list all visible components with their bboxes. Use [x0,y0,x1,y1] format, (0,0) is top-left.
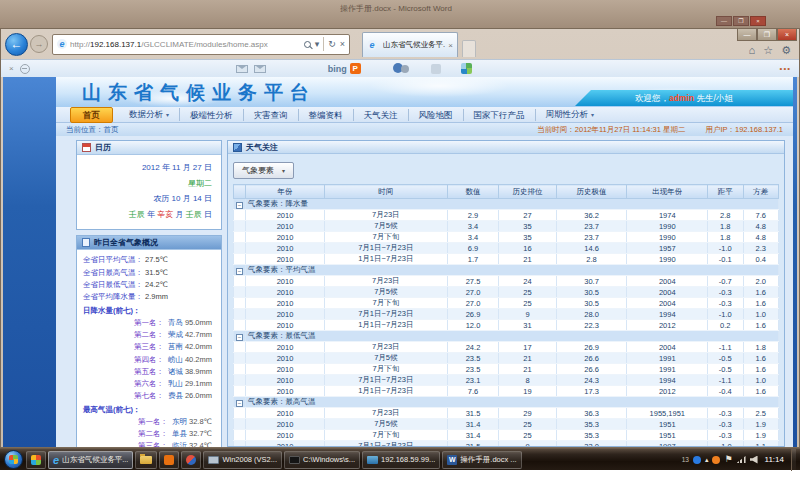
nav-item-数据分析[interactable]: 数据分析▾ [119,108,180,121]
table-cell: 31 [499,320,556,331]
address-bar[interactable]: e http://192.168.137.1/GLCCLIMATE/module… [52,34,350,55]
taskbar-button-circle[interactable] [181,451,201,469]
table-row[interactable]: 20107月5候23.52126.61991-0.51.6 [234,353,779,364]
taskbar-button-cmd[interactable]: C:\Windows\s... [284,451,360,469]
table-row[interactable]: 20107月下旬27.02530.52004-0.31.6 [234,298,779,309]
table-cell: 1990 [627,254,708,265]
new-tab-button[interactable] [462,40,476,57]
table-cell: 27.5 [447,276,499,287]
volume-icon[interactable] [750,456,758,464]
nav-item-灾害查询[interactable]: 灾害查询 [244,109,299,121]
address-bar-icons: ▾ ↻ × [304,37,345,51]
tray-blue-icon[interactable] [693,456,701,464]
collapse-icon[interactable]: − [236,202,243,209]
settings-gear-icon[interactable]: ⚙ [781,44,791,57]
table-row[interactable]: 20107月下旬23.52126.61991-0.51.6 [234,364,779,375]
calendar-lunar-date: 农历 10 月 14 日 [86,191,212,207]
hidden-icons-arrow[interactable]: ▴ [705,456,709,464]
nav-item-周期性分析[interactable]: 周期性分析▾ [536,108,605,121]
table-row[interactable]: 20107月5候27.02530.52004-0.31.6 [234,287,779,298]
taskbar-clock[interactable]: 11:14 [765,455,784,464]
table-row[interactable]: 20107月下旬31.42535.31951-0.31.9 [234,430,779,441]
table-row[interactable]: 20107月下旬3.43523.719901.84.8 [234,232,779,243]
toolbar-circles-icon[interactable] [393,63,411,74]
word-maximize-button[interactable]: ❐ [733,16,749,26]
table-row[interactable]: 20101月1日~7月23日7.61917.32012-0.41.6 [234,386,779,397]
table-row[interactable]: 20107月23日24.21726.92004-1.11.8 [234,342,779,353]
taskbar-button-vm[interactable]: Win2008 (VS2... [203,451,282,469]
home-icon[interactable]: ⌂ [749,44,756,57]
taskbar-button-remote[interactable]: 192.168.59.99... [362,451,440,469]
mail2-icon[interactable] [254,65,266,73]
more-icon[interactable]: ••• [780,64,791,73]
table-row[interactable]: 20107月1日~7月23日23.1824.31994-1.11.0 [234,375,779,386]
table-row[interactable]: 20107月5候3.43523.719901.84.8 [234,221,779,232]
network-icon[interactable] [737,456,746,463]
search-dropdown-icon[interactable]: ▾ [315,39,320,49]
table-cell: 21 [499,353,556,364]
group-label: 气象要素：最低气温 [245,331,778,342]
table-cell: 2.8 [556,254,627,265]
table-row[interactable]: 20101月1日~7月23日12.03122.320120.21.6 [234,320,779,331]
minimize-button[interactable]: — [737,29,757,41]
action-center-flag-icon[interactable]: ⚑ [724,455,732,464]
table-row[interactable]: 20101月1日~7月23日1.7212.81990-0.10.4 [234,254,779,265]
welcome-ribbon: 欢迎您，admin 先生/小姐 [575,90,793,106]
tray-orange-icon[interactable] [712,456,720,464]
search-icon[interactable] [304,41,311,48]
nav-item-国家下行产品[interactable]: 国家下行产品 [464,109,536,121]
toolbar-puzzle-icon[interactable] [461,63,472,74]
maximize-button[interactable]: ❐ [757,29,777,41]
nav-item-天气关注[interactable]: 天气关注 [354,109,409,121]
show-desktop-button[interactable] [791,449,796,471]
table-row[interactable]: 20107月23日31.52936.31955,1951-0.32.5 [234,408,779,419]
refresh-icon[interactable]: ↻ [328,39,336,49]
nav-item-首页[interactable]: 首页 [70,107,113,123]
table-row[interactable]: 20107月23日27.52430.72004-0.72.0 [234,276,779,287]
nav-item-极端性分析[interactable]: 极端性分析 [180,109,244,121]
toolbar-p-badge-icon[interactable]: P [350,63,361,74]
taskbar-button-word[interactable]: W操作手册.docx ... [442,451,521,469]
start-button[interactable] [4,450,23,469]
collapse-icon[interactable]: − [236,268,243,275]
word-close-button[interactable]: × [750,16,766,26]
toolbar-sparkle-icon[interactable] [431,64,441,74]
bing-logo[interactable]: bing [328,64,347,74]
collapse-icon[interactable]: − [236,400,243,407]
collapse-icon[interactable]: − [236,334,243,341]
forward-button[interactable]: → [30,35,48,53]
table-cell: 7月5候 [325,419,448,430]
table-row[interactable]: 20107月5候31.42535.31951-0.31.9 [234,419,779,430]
user-ip: 用户IP：192.168.137.1 [705,125,783,135]
favorites-star-icon[interactable]: ☆ [763,44,773,57]
table-row[interactable]: 20107月1日~7月23日31.5933.01997-1.01.1 [234,441,779,446]
tab-close-icon[interactable]: × [448,41,453,50]
table-row[interactable]: 20107月1日~7月23日6.91614.61957-1.02.3 [234,243,779,254]
word-minimize-button[interactable]: — [716,16,732,26]
taskbar-button-ie[interactable]: e山东省气候业务平... [48,451,133,469]
element-dropdown-button[interactable]: 气象要素 ▾ [233,162,294,179]
taskbar-button-orange[interactable] [159,451,179,469]
table-group-row[interactable]: −气象要素：最低气温 [234,331,779,342]
table-group-row[interactable]: −气象要素：平均气温 [234,265,779,276]
command-close-icon[interactable]: × [9,64,14,73]
table-cell: -1.1 [708,342,743,353]
stop-icon[interactable]: × [340,39,345,49]
back-button[interactable]: ← [5,33,28,56]
nav-item-风险地图[interactable]: 风险地图 [409,109,464,121]
table-cell: -0.3 [708,430,743,441]
table-group-row[interactable]: −气象要素：降水量 [234,199,779,210]
table-row[interactable]: 20107月23日2.92736.219742.87.6 [234,210,779,221]
weather-focus-header: 天气关注 [228,141,784,154]
table-cell: -0.3 [708,408,743,419]
mail-icon[interactable] [236,65,248,73]
close-button[interactable]: × [777,29,797,41]
nav-item-整编资料[interactable]: 整编资料 [299,109,354,121]
ranking-item: 第六名：乳山29.1mm [83,378,215,390]
taskbar-button-folder[interactable] [135,451,157,469]
taskbar-button-pin[interactable] [26,451,46,469]
table-row[interactable]: 20107月1日~7月23日26.9928.01994-1.01.0 [234,309,779,320]
table-group-row[interactable]: −气象要素：最高气温 [234,397,779,408]
browser-tab[interactable]: e 山东省气候业务平... × [362,32,458,57]
rank-label: 第二名： [134,330,164,339]
